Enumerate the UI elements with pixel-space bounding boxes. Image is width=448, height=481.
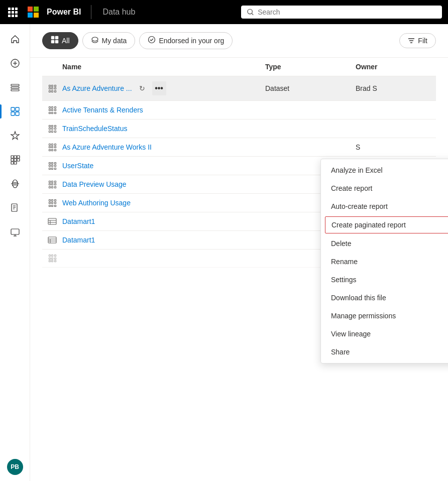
filter-button[interactable]: Filt xyxy=(399,33,436,48)
context-menu-item-manage-permissions[interactable]: Manage permissions xyxy=(321,307,448,325)
svg-rect-14 xyxy=(17,156,20,158)
table-row[interactable]: Active Tenants & Renders xyxy=(42,101,436,119)
microsoft-logo xyxy=(28,7,39,18)
row-type-icon xyxy=(42,162,62,170)
row-owner: S xyxy=(356,143,436,151)
context-menu-item-analyze-excel[interactable]: Analyze in Excel xyxy=(321,161,448,179)
sidebar-item-browse[interactable] xyxy=(4,76,26,98)
svg-rect-5 xyxy=(11,84,19,86)
row-type-icon xyxy=(42,106,62,114)
row-name[interactable]: Datamart1 xyxy=(62,217,95,225)
context-menu: Analyze in Excel Create report Auto-crea… xyxy=(320,159,448,364)
row-type-icon xyxy=(42,181,62,188)
context-menu-item-settings[interactable]: Settings xyxy=(321,271,448,289)
svg-rect-16 xyxy=(14,159,17,161)
context-menu-item-auto-create-report[interactable]: Auto-create report xyxy=(321,197,448,215)
svg-point-34 xyxy=(149,37,155,43)
row-type-icon xyxy=(42,199,62,207)
mydata-tab-icon xyxy=(91,36,99,46)
tab-mydata[interactable]: My data xyxy=(82,32,136,49)
context-menu-item-download-file[interactable]: Download this file xyxy=(321,289,448,307)
sidebar-item-goals[interactable] xyxy=(4,125,26,147)
all-tab-icon xyxy=(51,36,59,46)
col-owner: Owner xyxy=(356,63,436,71)
row-name[interactable]: Web Authoring Usage xyxy=(62,199,131,207)
sidebar: PB xyxy=(0,24,30,481)
row-name[interactable]: TrainScheduleStatus xyxy=(62,125,127,133)
context-menu-item-rename[interactable]: Rename xyxy=(321,253,448,271)
table-row[interactable]: As Azure Adventure ... ↻ ••• Dataset Bra… xyxy=(42,76,436,101)
main-content: All My data Endorsed in your org Filt xyxy=(30,24,448,481)
refresh-icon[interactable]: ↻ xyxy=(136,82,148,94)
filter-label: Filt xyxy=(418,37,427,45)
row-name[interactable]: Active Tenants & Renders xyxy=(62,106,143,114)
svg-rect-29 xyxy=(51,36,54,39)
table-row[interactable]: TrainScheduleStatus xyxy=(42,119,436,138)
svg-point-33 xyxy=(92,37,98,41)
app-name: Power BI xyxy=(47,8,81,17)
col-name: Name xyxy=(62,63,265,71)
row-type: Dataset xyxy=(265,84,356,92)
filter-tabs-row: All My data Endorsed in your org Filt xyxy=(30,24,448,58)
topbar: Power BI Data hub xyxy=(0,0,448,24)
context-menu-item-view-lineage[interactable]: View lineage xyxy=(321,325,448,343)
svg-rect-7 xyxy=(11,89,19,91)
tab-all-label: All xyxy=(62,37,70,45)
tab-endorsed-label: Endorsed in your org xyxy=(159,37,224,45)
col-type: Type xyxy=(265,63,356,71)
row-name[interactable]: As Azure Adventure ... xyxy=(62,84,132,92)
waffle-menu-button[interactable] xyxy=(6,6,20,19)
svg-point-0 xyxy=(248,9,252,14)
section-name: Data hub xyxy=(102,8,135,17)
svg-rect-30 xyxy=(55,36,58,39)
topbar-divider xyxy=(91,5,91,19)
row-type-icon xyxy=(42,236,62,244)
svg-rect-6 xyxy=(11,87,19,88)
svg-rect-9 xyxy=(16,107,19,111)
svg-rect-15 xyxy=(11,159,14,161)
col-icon xyxy=(42,63,62,71)
filter-icon xyxy=(408,37,415,44)
context-menu-item-create-report[interactable]: Create report xyxy=(321,179,448,197)
svg-line-1 xyxy=(252,14,253,15)
tab-endorsed[interactable]: Endorsed in your org xyxy=(139,32,233,49)
sidebar-item-deploy[interactable] xyxy=(4,173,26,195)
sidebar-item-learn[interactable] xyxy=(4,197,26,219)
search-icon xyxy=(247,9,254,16)
search-box[interactable] xyxy=(241,6,442,19)
endorsed-tab-icon xyxy=(148,36,156,46)
context-menu-item-create-paginated-report[interactable]: Create paginated report xyxy=(325,216,448,233)
more-options-button[interactable]: ••• xyxy=(152,81,166,95)
svg-rect-26 xyxy=(11,229,19,234)
svg-rect-32 xyxy=(55,40,58,43)
user-avatar[interactable]: PB xyxy=(7,459,23,475)
svg-rect-10 xyxy=(11,112,15,115)
context-menu-item-share[interactable]: Share xyxy=(321,343,448,361)
svg-rect-18 xyxy=(11,162,14,164)
sidebar-item-datahub[interactable] xyxy=(4,100,26,123)
svg-rect-12 xyxy=(11,156,14,158)
table-row[interactable]: As Azure Adventure Works II S xyxy=(42,138,436,157)
row-name[interactable]: UserState xyxy=(62,162,93,170)
table-header: Name Type Owner xyxy=(42,58,436,76)
svg-rect-31 xyxy=(51,40,54,43)
tab-all[interactable]: All xyxy=(42,32,78,49)
svg-rect-35 xyxy=(48,218,56,224)
row-name[interactable]: Datamart1 xyxy=(62,236,95,244)
row-name[interactable]: As Azure Adventure Works II xyxy=(62,143,152,151)
row-type-icon xyxy=(42,255,62,262)
sidebar-item-monitor[interactable] xyxy=(4,221,26,243)
search-input[interactable] xyxy=(258,8,436,16)
svg-rect-11 xyxy=(16,112,19,115)
context-menu-item-delete[interactable]: Delete xyxy=(321,234,448,253)
sidebar-item-create[interactable] xyxy=(4,52,26,74)
svg-rect-8 xyxy=(11,107,15,111)
tab-mydata-label: My data xyxy=(102,37,127,45)
row-name[interactable]: Data Preview Usage xyxy=(62,180,127,188)
svg-rect-17 xyxy=(17,159,20,161)
sidebar-item-apps[interactable] xyxy=(4,149,26,171)
sidebar-item-home[interactable] xyxy=(4,28,26,50)
svg-rect-39 xyxy=(48,237,56,243)
row-type-icon xyxy=(42,218,62,225)
row-type-icon xyxy=(42,144,62,151)
